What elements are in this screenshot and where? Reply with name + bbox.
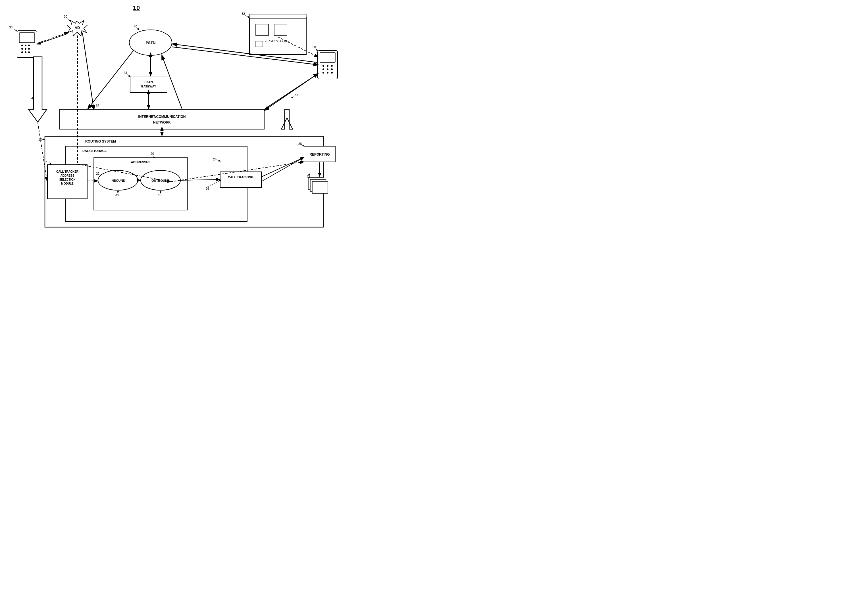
data-storage-label: DATA STORAGE — [82, 149, 107, 152]
call-tracking-label1: CALL TRACKING — [228, 175, 253, 179]
ref-44-label: 44 — [295, 93, 298, 97]
svg-rect-16 — [256, 41, 263, 47]
svg-line-12 — [245, 15, 249, 18]
shoops-place-building — [249, 18, 306, 55]
ref-13-label: 13 — [46, 160, 49, 164]
ref-30-label: 30 — [64, 15, 67, 18]
ref-40-label: 40 — [158, 193, 161, 196]
reporting-label: REPORTING — [309, 152, 330, 157]
svg-point-27 — [327, 72, 328, 73]
pstn-gateway-label1: PSTN — [144, 80, 153, 84]
call-tracker-box — [48, 165, 87, 199]
internet-network-box — [60, 109, 264, 129]
svg-line-66 — [264, 74, 318, 109]
svg-line-55 — [37, 33, 67, 43]
svg-point-3 — [25, 45, 26, 46]
call-tracker-label4: MODULE — [61, 182, 73, 185]
svg-point-9 — [25, 51, 26, 53]
internet-label1: INTERNET/COMMUNICATION — [138, 115, 186, 119]
ref-42-label: 42 — [133, 24, 137, 28]
call-tracker-label3: SELECTION — [59, 178, 75, 181]
ref-28-label: 28 — [298, 142, 302, 145]
svg-rect-14 — [256, 24, 268, 36]
shoops-place-label: SHOOP'S PLACE — [265, 39, 291, 43]
svg-line-54 — [82, 33, 94, 109]
svg-point-28 — [331, 72, 333, 73]
svg-point-24 — [327, 69, 328, 70]
ref-22-label: 22 — [96, 172, 99, 175]
call-tracking-box — [220, 172, 261, 187]
call-tracker-label1: CALL TRACKER — [56, 170, 79, 173]
svg-line-11 — [67, 18, 70, 21]
svg-point-4 — [28, 45, 30, 46]
svg-point-20 — [322, 65, 324, 67]
addresses-label: ADDRESSES — [131, 160, 150, 164]
svg-point-26 — [322, 72, 324, 73]
routing-system-label: ROUTING SYSTEM — [85, 139, 116, 144]
svg-rect-1 — [19, 33, 34, 43]
svg-line-30 — [42, 139, 45, 140]
ref-26-label: 26 — [206, 187, 209, 190]
svg-point-2 — [21, 45, 23, 46]
svg-rect-43 — [312, 181, 328, 193]
big-up-arrow — [281, 109, 293, 129]
svg-point-23 — [322, 69, 324, 70]
svg-point-25 — [331, 69, 333, 70]
pstn-gateway-box — [130, 76, 167, 93]
ref-14-label: 14 — [96, 104, 99, 107]
diagram: 10 36 30 AD 32 SHOOP'S PLACE 42 PSTN 38 — [0, 0, 341, 234]
ref-32-label: 32 — [241, 12, 245, 15]
ref-36: 36 — [9, 25, 12, 29]
svg-point-5 — [21, 48, 23, 50]
svg-line-56 — [37, 33, 68, 44]
ad-label: AD — [75, 25, 80, 30]
call-tracker-label2: ADDRESS — [60, 174, 75, 177]
ref-24-label: 24 — [213, 158, 216, 161]
diagram-title: 10 — [133, 4, 140, 11]
svg-line-29 — [127, 75, 130, 77]
ref-20-label: 20 — [151, 152, 154, 155]
svg-line-17 — [136, 28, 139, 30]
outbound-label: OUTBOUND — [151, 179, 169, 182]
ref-43-label: 43 — [124, 71, 127, 75]
svg-rect-19 — [320, 52, 335, 63]
svg-line-44 — [291, 97, 294, 98]
svg-point-7 — [28, 48, 30, 50]
big-down-arrow — [28, 57, 47, 122]
ref-34-label: 34 — [115, 193, 119, 196]
pstn-gateway-label2: GATEWAY — [141, 85, 156, 88]
inbound-label: INBOUND — [111, 179, 125, 182]
svg-point-10 — [28, 51, 30, 53]
internet-label2: NETWORK — [153, 120, 171, 124]
ref-38-label: 38 — [313, 45, 316, 49]
svg-line-0 — [13, 29, 17, 31]
svg-rect-15 — [274, 24, 287, 36]
svg-point-21 — [327, 65, 328, 67]
svg-line-49 — [88, 50, 134, 108]
pstn-label: PSTN — [146, 40, 156, 45]
svg-line-18 — [315, 49, 318, 51]
svg-point-6 — [25, 48, 26, 50]
svg-point-8 — [21, 51, 23, 53]
svg-point-22 — [331, 65, 333, 67]
svg-rect-13 — [249, 14, 306, 18]
